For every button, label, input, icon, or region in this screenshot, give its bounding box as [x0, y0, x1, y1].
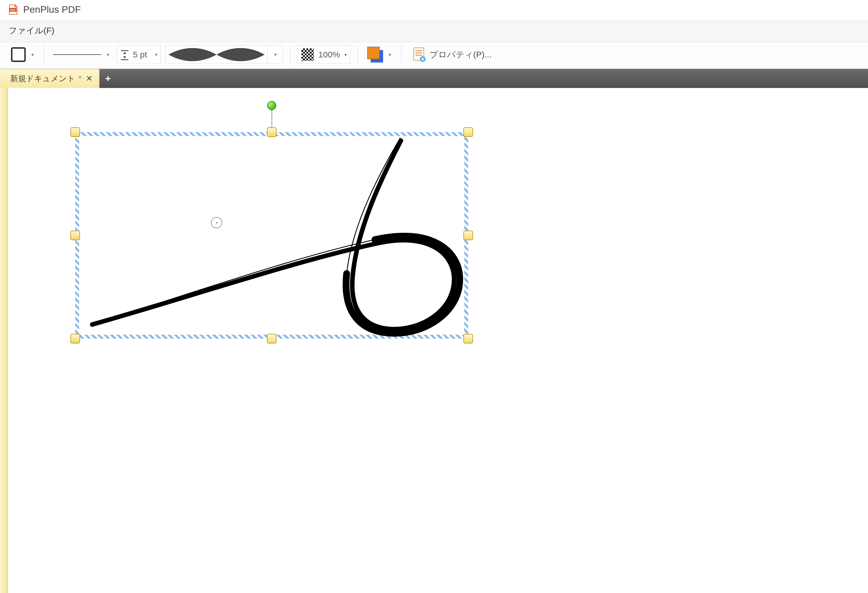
- resize-handle-ml[interactable]: [70, 231, 80, 240]
- chevron-down-icon: [155, 52, 158, 58]
- app-title: PenPlus PDF: [23, 4, 81, 15]
- line-style-dropdown[interactable]: [104, 45, 112, 64]
- selection-box[interactable]: [75, 132, 468, 339]
- shape-tool[interactable]: [9, 45, 28, 64]
- resize-handle-bm[interactable]: [267, 334, 276, 343]
- tool-shape-group: [7, 45, 38, 64]
- opacity-icon: [301, 48, 314, 61]
- resize-handle-mr[interactable]: [464, 231, 473, 240]
- tab-label: 新規ドキュメント: [10, 73, 75, 84]
- resize-handle-tl[interactable]: [70, 127, 80, 137]
- tab-document[interactable]: 新規ドキュメント * ✕: [4, 69, 99, 88]
- svg-text:PDF: PDF: [10, 8, 16, 11]
- canvas[interactable]: [8, 95, 868, 593]
- tool-opacity-group: 100%: [296, 45, 352, 64]
- resize-handle-tm[interactable]: [267, 127, 276, 137]
- tool-line-group: [49, 45, 114, 64]
- vertical-ruler[interactable]: [0, 88, 8, 593]
- toolbar-separator: [401, 46, 401, 64]
- menu-file[interactable]: ファイル(F): [6, 23, 57, 38]
- line-weight-icon: [121, 49, 128, 60]
- plus-icon: +: [105, 73, 111, 84]
- line-style-tool[interactable]: [51, 45, 103, 64]
- color-tool[interactable]: [365, 45, 385, 64]
- toolbar: 5 pt 100%: [0, 43, 868, 69]
- tabstrip: 新規ドキュメント * ✕ +: [0, 69, 868, 88]
- canvas-area[interactable]: [8, 88, 868, 593]
- tab-close-button[interactable]: ✕: [84, 74, 94, 83]
- resize-handle-tr[interactable]: [464, 127, 473, 137]
- new-tab-button[interactable]: +: [99, 69, 117, 88]
- tool-stroke-shape-group: [164, 45, 285, 64]
- ink-stroke[interactable]: [75, 132, 468, 339]
- tool-color-group: [364, 45, 395, 64]
- front-color-swatch: [367, 47, 380, 59]
- svg-marker-3: [123, 52, 126, 54]
- workspace: [0, 88, 868, 593]
- color-dropdown[interactable]: [386, 45, 394, 64]
- rotation-connector: [272, 110, 272, 127]
- svg-marker-4: [123, 56, 126, 59]
- pivot-point[interactable]: [211, 217, 222, 228]
- tool-properties-group: プロパティ(P)...: [407, 45, 497, 64]
- properties-button[interactable]: プロパティ(P)...: [409, 45, 495, 64]
- line-icon: [53, 54, 101, 55]
- titlebar: PDF PenPlus PDF: [0, 0, 868, 21]
- color-swatch-icon: [367, 47, 383, 62]
- menubar: ファイル(F): [0, 21, 868, 43]
- rectangle-icon: [11, 47, 26, 62]
- line-weight-value: 5 pt: [132, 50, 152, 59]
- shape-dropdown[interactable]: [29, 45, 36, 64]
- stroke-pressure-dropdown[interactable]: [269, 45, 283, 64]
- rotation-handle[interactable]: [267, 101, 276, 110]
- resize-handle-br[interactable]: [464, 334, 473, 343]
- tool-lineweight-group: 5 pt: [115, 45, 162, 64]
- properties-icon: [412, 47, 425, 62]
- line-weight-select[interactable]: 5 pt: [117, 45, 161, 64]
- stroke-pressure-select[interactable]: [166, 45, 267, 64]
- resize-handle-bl[interactable]: [70, 334, 80, 343]
- chevron-down-icon: [345, 52, 347, 57]
- opacity-value: 100%: [317, 50, 342, 59]
- pressure-curve-icon: [167, 47, 266, 62]
- opacity-select[interactable]: 100%: [298, 45, 350, 64]
- properties-label: プロパティ(P)...: [430, 49, 492, 61]
- tab-dirty-indicator: *: [78, 74, 81, 83]
- pdf-app-icon: PDF: [8, 4, 19, 15]
- tabstrip-leading: [0, 69, 4, 88]
